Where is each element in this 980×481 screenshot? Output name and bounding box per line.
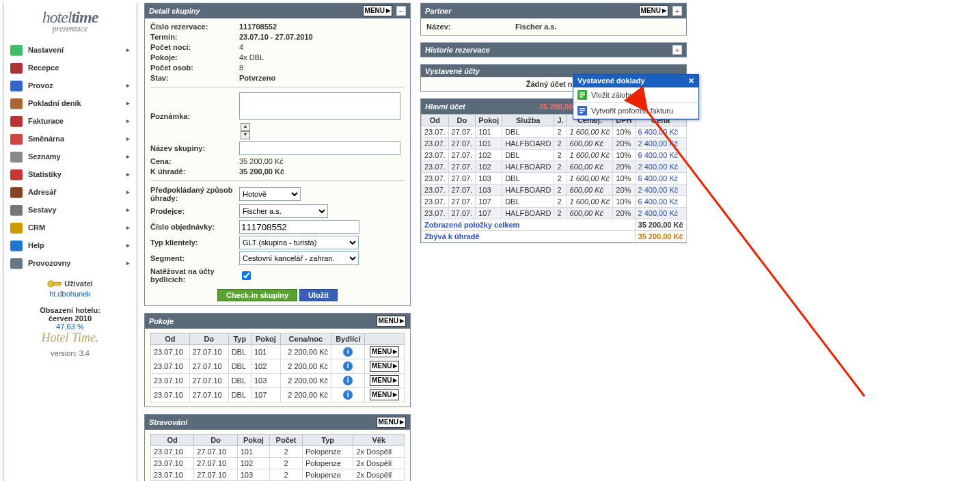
popup-item-label: Vložit zálohu	[591, 91, 634, 99]
note-textarea[interactable]	[239, 92, 400, 120]
chevron-right-icon: ▸	[126, 46, 130, 53]
row-menu-button[interactable]: MENU	[370, 346, 399, 357]
panel-title-history: Historie rezervace	[425, 46, 668, 54]
sestavy-icon	[10, 205, 23, 215]
crm-icon	[10, 223, 23, 232]
svg-rect-12	[10, 258, 23, 269]
group-name-input[interactable]	[239, 141, 400, 155]
svg-rect-8	[10, 187, 23, 198]
info-icon[interactable]: i	[343, 376, 353, 385]
popup-title: Vystavené doklady	[577, 77, 688, 85]
nav-item-crm[interactable]: CRM▸	[3, 219, 137, 236]
svg-rect-4	[10, 116, 23, 127]
panel-title-detail: Detail skupiny	[149, 7, 359, 15]
note-spin-down[interactable]: ▼	[241, 131, 250, 139]
popup-close-icon[interactable]: ✕	[688, 77, 694, 85]
hoteltime-small-logo: Hotel Time.	[3, 331, 137, 345]
pokladni-icon	[10, 98, 23, 108]
panel-title-meals: Stravování	[149, 418, 372, 426]
nav-item-statistiky[interactable]: Statistiky▸	[3, 165, 137, 183]
segment-select[interactable]: Cestovní kancelář - zahran.	[239, 251, 359, 265]
svg-rect-19	[580, 96, 583, 98]
nav-label: Recepce	[28, 64, 59, 72]
svg-rect-11	[10, 240, 23, 251]
nav-item-provozovny[interactable]: Provozovny▸	[3, 254, 137, 272]
chevron-right-icon: ▸	[126, 224, 130, 231]
nav-label: Help	[28, 241, 44, 249]
svg-rect-15	[59, 285, 60, 287]
menu-button-detail[interactable]: MENU	[363, 5, 392, 16]
panel-title-partner: Partner	[425, 7, 635, 15]
nav-label: Seznamy	[28, 152, 61, 161]
note-spin-up[interactable]: ▲	[241, 123, 250, 131]
row-menu-button[interactable]: MENU	[370, 375, 399, 386]
panel-title-rooms: Pokoje	[149, 317, 372, 325]
collapse-button-detail[interactable]: −	[396, 6, 406, 16]
svg-rect-18	[580, 94, 585, 96]
chevron-right-icon: ▸	[126, 260, 130, 266]
nav-item-pokladndenk[interactable]: Pokladní deník▸	[3, 94, 137, 112]
nav-item-adres[interactable]: Adresář▸	[3, 183, 137, 201]
nav-item-fakturace[interactable]: Fakturace▸	[3, 112, 137, 130]
provozovny-icon	[10, 258, 23, 268]
info-icon[interactable]: i	[343, 347, 353, 357]
key-icon	[47, 279, 62, 290]
checkin-button[interactable]: Check-in skupiny	[217, 289, 297, 301]
menu-button-partner[interactable]: MENU	[639, 5, 668, 16]
nav-label: Provoz	[28, 81, 53, 90]
seznamy-icon	[10, 152, 23, 161]
chevron-right-icon: ▸	[126, 100, 130, 107]
pay-select[interactable]: Hotově	[239, 187, 301, 201]
info-icon[interactable]: i	[343, 390, 353, 400]
menu-button-rooms[interactable]: MENU	[377, 316, 406, 327]
panel-title-account: Hlavní účet	[425, 102, 539, 111]
nav-item-smnrna[interactable]: Směnárna▸	[3, 130, 137, 148]
chevron-right-icon: ▸	[126, 118, 130, 124]
expand-button-history[interactable]: +	[672, 45, 682, 55]
recepce-icon	[10, 63, 23, 72]
seller-select[interactable]: Fischer a.s.	[239, 204, 328, 218]
table-row: 23.07.27.07.101DBL21 600,00 Kč10%6 400,0…	[422, 126, 687, 138]
info-icon[interactable]: i	[343, 361, 353, 371]
nav-item-recepce[interactable]: Recepce	[3, 59, 137, 77]
deposit-icon	[577, 90, 587, 100]
account-table: OdDoPokojSlužbaJ.Cena/j.DPHCena 23.07.27…	[421, 114, 687, 243]
row-menu-button[interactable]: MENU	[370, 389, 399, 400]
statistiky-icon	[10, 169, 23, 179]
svg-rect-5	[10, 134, 23, 145]
popup-documents: Vystavené doklady ✕ Vložit zálohuVytvoři…	[573, 74, 699, 120]
order-input[interactable]	[239, 220, 359, 234]
nav-item-nastaven[interactable]: Nastavení▸	[3, 41, 137, 59]
reservation-number: 111708552	[239, 23, 405, 31]
svg-rect-17	[580, 92, 585, 94]
expand-button-partner[interactable]: +	[672, 6, 682, 16]
nav-item-help[interactable]: Help▸	[3, 236, 137, 254]
table-row: 23.07.1027.07.101012Polopenze2x Dospělí	[151, 446, 405, 458]
nav-item-seznamy[interactable]: Seznamy▸	[3, 148, 137, 165]
occupancy-box: Obsazení hotelu: červen 2010 47,63 %	[3, 306, 137, 331]
popup-item[interactable]: Vložit zálohu	[573, 87, 698, 103]
save-button[interactable]: Uložit	[299, 289, 338, 301]
svg-rect-10	[10, 223, 23, 234]
nav-label: Provozovny	[28, 259, 70, 267]
table-row: 23.07.27.07.107DBL21 600,00 Kč10%6 400,0…	[422, 196, 687, 208]
nav-label: Fakturace	[28, 117, 64, 125]
chevron-right-icon: ▸	[126, 206, 130, 213]
table-row: 23.07.1027.07.10DBL1072 200,00 KčiMENU	[151, 388, 405, 402]
row-menu-button[interactable]: MENU	[370, 361, 399, 372]
svg-rect-14	[53, 282, 61, 285]
nav-item-sestavy[interactable]: Sestavy▸	[3, 201, 137, 219]
load-checkbox[interactable]	[242, 271, 251, 280]
menu-button-meals[interactable]: MENU	[377, 417, 406, 428]
client-select[interactable]: GLT (skupina - turista)	[239, 236, 359, 249]
table-row: 23.07.1027.07.10DBL1032 200,00 KčiMENU	[151, 374, 405, 388]
user-name: ht.dbohunek	[49, 290, 91, 298]
panel-partner: Partner MENU + Název:Fischer a.s.	[420, 3, 687, 36]
nav-item-provoz[interactable]: Provoz▸	[3, 77, 137, 94]
logo: hoteltime prezentace	[3, 3, 137, 37]
svg-rect-6	[10, 152, 23, 163]
chevron-right-icon: ▸	[126, 82, 130, 89]
popup-item[interactable]: Vytvořit proforma fakturu	[573, 103, 698, 119]
nav-label: CRM	[28, 223, 45, 232]
fakturace-icon	[10, 116, 23, 126]
